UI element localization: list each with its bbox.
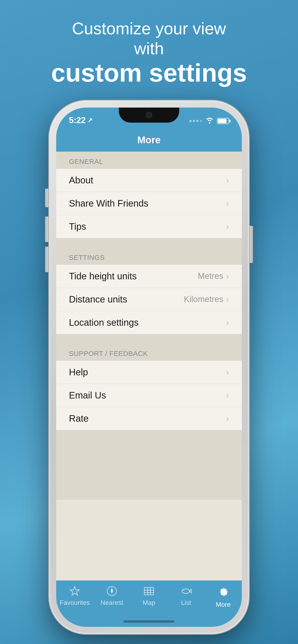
section-header-settings: SETTINGS: [56, 248, 242, 265]
chevron-icon: ›: [226, 414, 229, 424]
power-button[interactable]: [250, 226, 253, 263]
chevron-icon: ›: [226, 318, 229, 328]
menu-item-about[interactable]: About ›: [56, 169, 242, 192]
status-icons: [189, 117, 229, 125]
tab-more[interactable]: More: [205, 585, 242, 608]
chevron-icon: ›: [226, 367, 229, 377]
chevron-icon: ›: [226, 175, 229, 185]
subtitle-line2: with: [134, 39, 164, 58]
subtitle-line1: Customize your view: [72, 19, 226, 38]
phone-screen: 5:22 ↗: [56, 108, 242, 627]
chevron-icon: ›: [226, 198, 229, 208]
location-arrow-icon: ↗: [88, 116, 93, 124]
mute-button[interactable]: [45, 189, 48, 207]
wifi-icon: [205, 117, 214, 125]
menu-item-tide-height[interactable]: Tide height units Metres ›: [56, 265, 242, 288]
menu-item-distance[interactable]: Distance units Kilometres ›: [56, 288, 242, 311]
page-title: More: [137, 134, 161, 146]
svg-marker-0: [70, 586, 79, 595]
chevron-icon: ›: [226, 271, 229, 281]
svg-point-10: [182, 589, 189, 594]
tab-map[interactable]: Map: [130, 585, 168, 606]
volume-up-button[interactable]: [45, 216, 48, 242]
battery-icon: [217, 118, 229, 124]
menu-item-rate[interactable]: Rate ›: [56, 407, 242, 430]
compass-icon: [106, 585, 118, 597]
chevron-icon: ›: [226, 390, 229, 400]
signal-icon: [189, 120, 202, 122]
tab-bar: Favourites Nearest Ma: [56, 580, 242, 627]
home-indicator: [123, 620, 175, 623]
content-area: GENERAL About › Share With Friends › Tip…: [56, 152, 242, 580]
menu-item-share[interactable]: Share With Friends ›: [56, 192, 242, 215]
menu-item-email[interactable]: Email Us ›: [56, 384, 242, 407]
star-icon: [69, 585, 81, 597]
camera: [146, 112, 152, 118]
status-time: 5:22 ↗: [69, 116, 93, 125]
phone: 5:22 ↗: [49, 100, 249, 634]
menu-item-tips[interactable]: Tips ›: [56, 215, 242, 238]
notch: [119, 108, 179, 123]
header-text: Customize your view with custom settings: [51, 18, 247, 87]
volume-down-button[interactable]: [45, 247, 48, 272]
chevron-icon: ›: [226, 222, 229, 232]
svg-rect-5: [144, 588, 154, 595]
chevron-icon: ›: [226, 294, 229, 304]
gear-icon: [216, 585, 230, 599]
menu-item-help[interactable]: Help ›: [56, 361, 242, 384]
section-header-support: SUPPORT / FEEDBACK: [56, 344, 242, 361]
svg-point-11: [183, 590, 184, 591]
tab-nearest[interactable]: Nearest: [93, 585, 130, 606]
menu-item-location[interactable]: Location settings ›: [56, 311, 242, 334]
map-icon: [143, 585, 155, 597]
navigation-bar: More: [56, 128, 242, 152]
tab-list[interactable]: List: [168, 585, 205, 606]
header-title: custom settings: [51, 58, 247, 87]
tab-favourites[interactable]: Favourites: [56, 585, 93, 606]
fish-icon: [180, 585, 192, 597]
section-header-general: GENERAL: [56, 152, 242, 169]
